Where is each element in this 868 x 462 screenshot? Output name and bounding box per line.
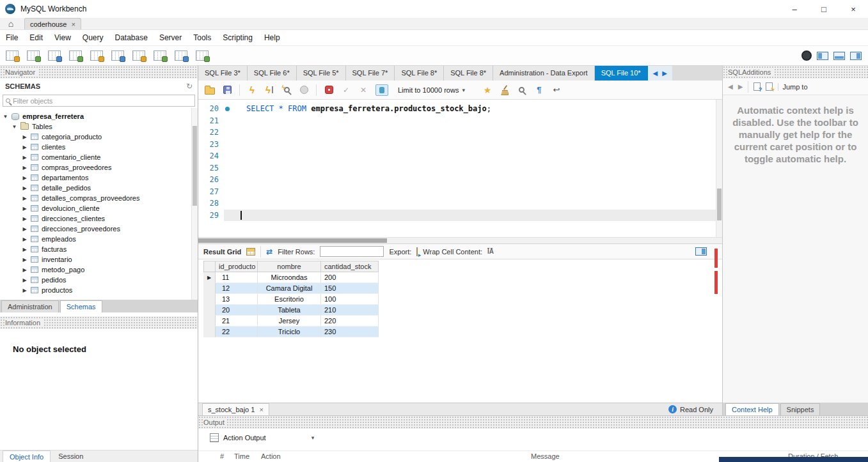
tab-scroll-left-icon[interactable]: ◀ xyxy=(653,70,658,77)
save-script-icon[interactable] xyxy=(223,86,232,94)
connection-tab[interactable]: coderhouse × xyxy=(24,18,81,29)
tree-item-table[interactable]: ▶departamentos xyxy=(0,173,198,183)
output-type-dropdown[interactable]: Action Output xyxy=(223,434,266,442)
tab-close-icon[interactable]: × xyxy=(259,406,263,413)
expand-arrow-icon[interactable]: ▶ xyxy=(22,185,28,191)
tree-item-table[interactable]: ▶detalle_pedidos xyxy=(0,183,198,193)
row-selector[interactable] xyxy=(203,327,216,337)
tab-administration[interactable]: Administration xyxy=(1,300,59,312)
expand-arrow-icon[interactable]: ▶ xyxy=(22,216,28,222)
tab-schemas[interactable]: Schemas xyxy=(60,300,102,312)
stop-on-error-toggle-icon[interactable] xyxy=(325,86,333,94)
expand-arrow-icon[interactable]: ▶ xyxy=(22,226,28,232)
result-cell[interactable]: Jersey xyxy=(258,316,321,327)
sql-file-tab[interactable]: SQL File 5* xyxy=(297,66,346,81)
toggle-right-sidebar-icon[interactable] xyxy=(850,52,862,60)
tree-item-table[interactable]: ▶clientes xyxy=(0,142,198,152)
sql-file-tab[interactable]: SQL File 3* xyxy=(198,66,248,81)
sql-file-tab[interactable]: SQL File 6* xyxy=(248,66,297,81)
result-cell[interactable]: Escritorio xyxy=(258,294,321,305)
export-results-icon[interactable] xyxy=(416,247,418,256)
collapse-arrow-icon[interactable]: ▼ xyxy=(12,124,17,130)
home-tab-icon[interactable]: ⌂ xyxy=(3,17,19,29)
expand-arrow-icon[interactable]: ▶ xyxy=(22,196,28,201)
toggle-left-sidebar-icon[interactable] xyxy=(817,52,828,60)
editor-line[interactable]: 25 xyxy=(198,162,722,174)
editor-line[interactable]: 21 xyxy=(198,115,722,127)
menu-item-edit[interactable]: Edit xyxy=(24,30,49,46)
sql-code-editor[interactable]: 20SELECT * FROM empresa_ferretera.produc… xyxy=(198,100,722,237)
grid-view-icon[interactable] xyxy=(246,248,255,256)
create-function-icon[interactable] xyxy=(154,50,166,61)
tree-item-table[interactable]: ▶productos xyxy=(0,285,198,295)
result-set-tab[interactable]: s_stock_bajo 1 × xyxy=(202,403,269,415)
tree-scrollbar-thumb[interactable] xyxy=(193,126,197,206)
code-line[interactable] xyxy=(224,150,722,162)
notifications-icon[interactable] xyxy=(801,50,812,61)
menu-item-scripting[interactable]: Scripting xyxy=(217,30,258,46)
sql-file-tab[interactable]: SQL File 8* xyxy=(444,66,493,81)
help-back-icon[interactable]: ◀ xyxy=(728,83,733,90)
create-procedure-icon[interactable] xyxy=(132,50,145,61)
column-header[interactable]: nombre xyxy=(258,261,321,272)
show-invisibles-icon[interactable]: ¶ xyxy=(534,85,544,95)
tree-item-table[interactable]: ▶comentario_cliente xyxy=(0,152,198,162)
tab-session[interactable]: Session xyxy=(52,450,90,462)
manual-context-help-icon[interactable] xyxy=(754,82,761,91)
result-cell[interactable]: 13 xyxy=(216,294,258,305)
expand-arrow-icon[interactable]: ▶ xyxy=(22,288,28,293)
tree-item-table[interactable]: ▶devolucion_cliente xyxy=(0,203,198,213)
row-selector[interactable] xyxy=(203,316,216,327)
open-script-icon[interactable] xyxy=(205,88,215,95)
open-sql-script-icon[interactable] xyxy=(27,50,40,61)
result-row[interactable]: 12Camara Digital150 xyxy=(203,283,379,294)
column-header[interactable]: id_producto xyxy=(216,261,258,272)
result-row[interactable]: ▶11Microondas200 xyxy=(203,272,379,283)
wrap-cell-content-icon[interactable]: ĪĀ xyxy=(487,248,494,255)
autocommit-toggle-icon[interactable] xyxy=(375,84,388,96)
reconnect-server-icon[interactable] xyxy=(196,50,209,61)
chevron-down-icon[interactable]: ▾ xyxy=(312,435,315,441)
code-line[interactable] xyxy=(224,127,722,139)
result-row[interactable]: 20Tableta210 xyxy=(203,305,379,316)
code-line[interactable] xyxy=(224,174,722,186)
code-line[interactable] xyxy=(224,162,722,174)
create-schema-icon[interactable] xyxy=(69,50,82,61)
result-row[interactable]: 22Triciclo230 xyxy=(203,327,379,337)
expand-arrow-icon[interactable]: ▶ xyxy=(22,155,28,160)
row-selector[interactable] xyxy=(203,305,216,316)
expand-arrow-icon[interactable]: ▶ xyxy=(22,257,28,263)
column-header[interactable]: cantidad_stock xyxy=(321,261,379,272)
result-cell[interactable]: 230 xyxy=(321,327,379,337)
expand-arrow-icon[interactable]: ▶ xyxy=(22,236,28,242)
editor-line[interactable]: 28 xyxy=(198,197,722,210)
sql-file-tab[interactable]: SQL File 10* xyxy=(595,66,648,81)
tree-item-table[interactable]: ▶empleados xyxy=(0,234,198,244)
editor-line[interactable]: 22 xyxy=(198,127,722,139)
expand-arrow-icon[interactable]: ▶ xyxy=(22,267,28,273)
search-table-data-icon[interactable] xyxy=(175,50,187,61)
tree-item-table[interactable]: ▶categoria_producto xyxy=(0,132,198,142)
clear-query-icon[interactable] xyxy=(500,85,509,95)
tree-item-table[interactable]: ▶pedidos xyxy=(0,275,198,285)
result-cell[interactable]: 200 xyxy=(321,272,379,283)
menu-item-tools[interactable]: Tools xyxy=(187,30,217,46)
rollback-icon[interactable]: ✕ xyxy=(358,86,368,95)
expand-arrow-icon[interactable]: ▶ xyxy=(22,277,28,283)
menu-item-database[interactable]: Database xyxy=(109,30,154,46)
tree-item-table[interactable]: ▶direcciones_proveedores xyxy=(0,224,198,234)
result-cell[interactable]: 210 xyxy=(321,305,379,316)
sql-file-tab[interactable]: SQL File 7* xyxy=(346,66,395,81)
refresh-schemas-icon[interactable]: ↻ xyxy=(186,82,193,91)
help-forward-icon[interactable]: ▶ xyxy=(738,83,743,90)
row-selector[interactable] xyxy=(203,294,216,305)
close-button[interactable]: × xyxy=(839,0,868,18)
maximize-button[interactable]: □ xyxy=(809,0,839,18)
tree-item-schema[interactable]: ▼ empresa_ferretera xyxy=(0,111,198,121)
editor-line[interactable]: 24 xyxy=(198,150,722,162)
result-cell[interactable]: 11 xyxy=(216,272,258,283)
tab-context-help[interactable]: Context Help xyxy=(725,403,779,415)
horizontal-scrollbar-thumb[interactable] xyxy=(198,238,387,243)
explain-plan-icon[interactable] xyxy=(284,87,290,93)
create-view-icon[interactable] xyxy=(111,50,124,61)
